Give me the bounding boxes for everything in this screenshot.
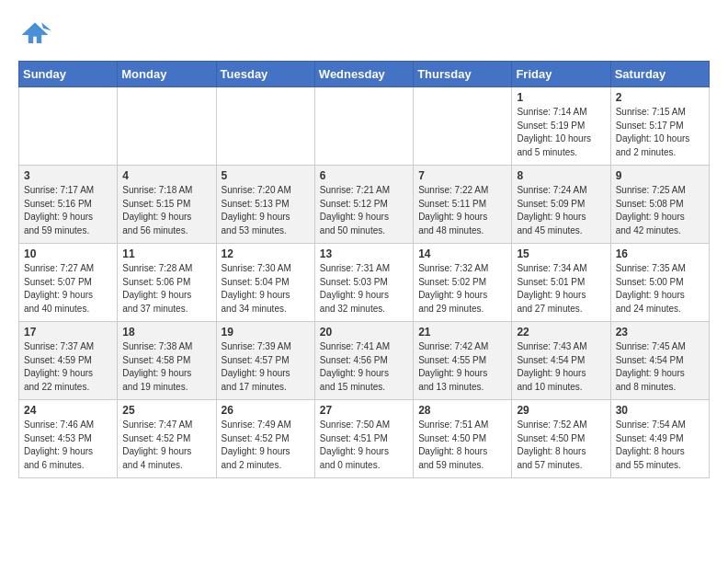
day-info: Sunrise: 7:50 AM Sunset: 4:51 PM Dayligh…: [320, 419, 408, 472]
day-info: Sunrise: 7:30 AM Sunset: 5:04 PM Dayligh…: [222, 262, 310, 316]
calendar-cell: 13Sunrise: 7:31 AM Sunset: 5:03 PM Dayli…: [314, 244, 413, 322]
logo: [18, 18, 57, 52]
calendar-cell: 30Sunrise: 7:54 AM Sunset: 4:49 PM Dayli…: [610, 400, 709, 478]
day-info: Sunrise: 7:17 AM Sunset: 5:16 PM Dayligh…: [24, 184, 112, 237]
day-info: Sunrise: 7:46 AM Sunset: 4:53 PM Dayligh…: [24, 419, 112, 472]
svg-marker-1: [41, 23, 51, 31]
day-info: Sunrise: 7:43 AM Sunset: 4:54 PM Dayligh…: [517, 340, 605, 394]
day-number: 15: [517, 247, 605, 260]
calendar-cell: 29Sunrise: 7:52 AM Sunset: 4:50 PM Dayli…: [512, 400, 610, 478]
day-info: Sunrise: 7:24 AM Sunset: 5:09 PM Dayligh…: [517, 184, 605, 237]
day-number: 23: [616, 326, 704, 339]
day-info: Sunrise: 7:31 AM Sunset: 5:03 PM Dayligh…: [320, 262, 408, 316]
calendar-cell: 4Sunrise: 7:18 AM Sunset: 5:15 PM Daylig…: [118, 166, 216, 244]
calendar-cell: 19Sunrise: 7:39 AM Sunset: 4:57 PM Dayli…: [216, 322, 314, 400]
day-number: 16: [616, 247, 704, 260]
day-number: 13: [320, 247, 408, 260]
col-header-thursday: Thursday: [414, 62, 512, 87]
calendar-cell: [314, 87, 413, 166]
calendar-cell: [19, 87, 118, 166]
col-header-monday: Monday: [118, 62, 216, 87]
calendar-cell: 11Sunrise: 7:28 AM Sunset: 5:06 PM Dayli…: [118, 244, 216, 322]
calendar-cell: 20Sunrise: 7:41 AM Sunset: 4:56 PM Dayli…: [314, 322, 413, 400]
day-number: 9: [616, 169, 704, 182]
calendar-cell: 9Sunrise: 7:25 AM Sunset: 5:08 PM Daylig…: [610, 166, 709, 244]
day-info: Sunrise: 7:15 AM Sunset: 5:17 PM Dayligh…: [616, 106, 704, 159]
calendar-cell: 10Sunrise: 7:27 AM Sunset: 5:07 PM Dayli…: [19, 244, 118, 322]
day-number: 3: [24, 169, 112, 182]
day-number: 24: [24, 404, 112, 417]
day-number: 17: [24, 326, 112, 339]
calendar-cell: 5Sunrise: 7:20 AM Sunset: 5:13 PM Daylig…: [216, 166, 314, 244]
day-number: 4: [122, 169, 210, 182]
calendar-cell: 7Sunrise: 7:22 AM Sunset: 5:11 PM Daylig…: [414, 166, 512, 244]
calendar-cell: 18Sunrise: 7:38 AM Sunset: 4:58 PM Dayli…: [118, 322, 216, 400]
day-info: Sunrise: 7:52 AM Sunset: 4:50 PM Dayligh…: [517, 419, 605, 472]
day-number: 6: [320, 169, 408, 182]
calendar-cell: 21Sunrise: 7:42 AM Sunset: 4:55 PM Dayli…: [414, 322, 512, 400]
day-info: Sunrise: 7:37 AM Sunset: 4:59 PM Dayligh…: [24, 340, 112, 394]
day-number: 30: [616, 404, 704, 417]
day-info: Sunrise: 7:41 AM Sunset: 4:56 PM Dayligh…: [320, 340, 408, 394]
col-header-wednesday: Wednesday: [314, 62, 413, 87]
calendar-cell: 14Sunrise: 7:32 AM Sunset: 5:02 PM Dayli…: [414, 244, 512, 322]
calendar-cell: 3Sunrise: 7:17 AM Sunset: 5:16 PM Daylig…: [19, 166, 118, 244]
day-number: 28: [418, 404, 506, 417]
day-info: Sunrise: 7:27 AM Sunset: 5:07 PM Dayligh…: [24, 262, 112, 316]
day-number: 12: [222, 247, 310, 260]
calendar-table: SundayMondayTuesdayWednesdayThursdayFrid…: [18, 61, 710, 478]
calendar-cell: 27Sunrise: 7:50 AM Sunset: 4:51 PM Dayli…: [314, 400, 413, 478]
day-number: 1: [517, 91, 605, 104]
day-info: Sunrise: 7:22 AM Sunset: 5:11 PM Dayligh…: [418, 184, 506, 237]
day-info: Sunrise: 7:39 AM Sunset: 4:57 PM Dayligh…: [222, 340, 310, 394]
col-header-saturday: Saturday: [610, 62, 709, 87]
calendar-cell: 28Sunrise: 7:51 AM Sunset: 4:50 PM Dayli…: [414, 400, 512, 478]
day-number: 5: [222, 169, 310, 182]
day-number: 27: [320, 404, 408, 417]
day-number: 21: [418, 326, 506, 339]
day-number: 25: [122, 404, 210, 417]
calendar-cell: 22Sunrise: 7:43 AM Sunset: 4:54 PM Dayli…: [512, 322, 610, 400]
day-number: 2: [616, 91, 704, 104]
calendar-cell: 1Sunrise: 7:14 AM Sunset: 5:19 PM Daylig…: [512, 87, 610, 166]
day-number: 20: [320, 326, 408, 339]
day-number: 29: [517, 404, 605, 417]
day-info: Sunrise: 7:20 AM Sunset: 5:13 PM Dayligh…: [222, 184, 310, 237]
calendar-cell: 17Sunrise: 7:37 AM Sunset: 4:59 PM Dayli…: [19, 322, 118, 400]
day-info: Sunrise: 7:38 AM Sunset: 4:58 PM Dayligh…: [122, 340, 210, 394]
calendar-cell: [414, 87, 512, 166]
day-number: 14: [418, 247, 506, 260]
day-info: Sunrise: 7:14 AM Sunset: 5:19 PM Dayligh…: [517, 106, 605, 159]
calendar-cell: [118, 87, 216, 166]
calendar-cell: 16Sunrise: 7:35 AM Sunset: 5:00 PM Dayli…: [610, 244, 709, 322]
day-info: Sunrise: 7:32 AM Sunset: 5:02 PM Dayligh…: [418, 262, 506, 316]
day-info: Sunrise: 7:47 AM Sunset: 4:52 PM Dayligh…: [122, 419, 210, 472]
day-number: 10: [24, 247, 112, 260]
calendar-cell: 2Sunrise: 7:15 AM Sunset: 5:17 PM Daylig…: [610, 87, 709, 166]
day-info: Sunrise: 7:35 AM Sunset: 5:00 PM Dayligh…: [616, 262, 704, 316]
calendar-cell: 8Sunrise: 7:24 AM Sunset: 5:09 PM Daylig…: [512, 166, 610, 244]
calendar-cell: 25Sunrise: 7:47 AM Sunset: 4:52 PM Dayli…: [118, 400, 216, 478]
day-info: Sunrise: 7:25 AM Sunset: 5:08 PM Dayligh…: [616, 184, 704, 237]
day-number: 26: [222, 404, 310, 417]
day-number: 19: [222, 326, 310, 339]
day-info: Sunrise: 7:34 AM Sunset: 5:01 PM Dayligh…: [517, 262, 605, 316]
logo-icon: [18, 18, 51, 52]
calendar-cell: 6Sunrise: 7:21 AM Sunset: 5:12 PM Daylig…: [314, 166, 413, 244]
day-number: 8: [517, 169, 605, 182]
col-header-tuesday: Tuesday: [216, 62, 314, 87]
calendar-cell: 24Sunrise: 7:46 AM Sunset: 4:53 PM Dayli…: [19, 400, 118, 478]
day-number: 11: [122, 247, 210, 260]
day-number: 22: [517, 326, 605, 339]
day-info: Sunrise: 7:49 AM Sunset: 4:52 PM Dayligh…: [222, 419, 310, 472]
day-info: Sunrise: 7:45 AM Sunset: 4:54 PM Dayligh…: [616, 340, 704, 394]
col-header-sunday: Sunday: [19, 62, 118, 87]
page-header: [18, 18, 710, 52]
day-info: Sunrise: 7:42 AM Sunset: 4:55 PM Dayligh…: [418, 340, 506, 394]
day-info: Sunrise: 7:28 AM Sunset: 5:06 PM Dayligh…: [122, 262, 210, 316]
day-info: Sunrise: 7:18 AM Sunset: 5:15 PM Dayligh…: [122, 184, 210, 237]
day-info: Sunrise: 7:51 AM Sunset: 4:50 PM Dayligh…: [418, 419, 506, 472]
day-info: Sunrise: 7:54 AM Sunset: 4:49 PM Dayligh…: [616, 419, 704, 472]
calendar-cell: 12Sunrise: 7:30 AM Sunset: 5:04 PM Dayli…: [216, 244, 314, 322]
day-info: Sunrise: 7:21 AM Sunset: 5:12 PM Dayligh…: [320, 184, 408, 237]
